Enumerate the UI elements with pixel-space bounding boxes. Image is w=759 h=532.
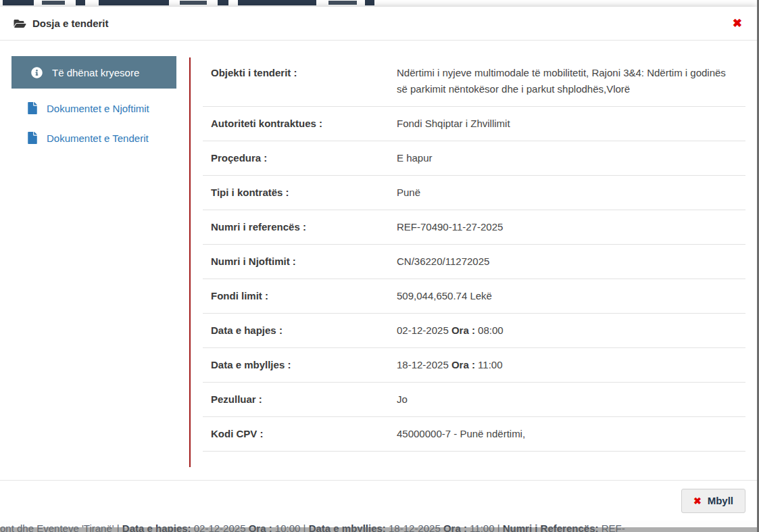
modal-sidebar: Të dhënat kryesoreDokumentet e Njoftimit… <box>11 56 176 148</box>
detail-row-data-e-hapjes: Data e hapjes :02-12-2025 Ora : 08:00 <box>203 314 745 348</box>
sidebar-item-dokumentet-e-njoftimit[interactable]: Dokumentet e Njoftimit <box>26 98 176 118</box>
sidebar-item-label: Të dhënat kryesore <box>52 67 139 78</box>
detail-label: Data e mbylljes : <box>211 357 397 373</box>
modal-body: Të dhënat kryesoreDokumentet e Njoftimit… <box>0 41 757 479</box>
file-icon <box>26 132 39 144</box>
detail-label: Kodi CPV : <box>211 426 397 442</box>
modal-title: Dosja e tenderit <box>14 18 109 29</box>
modal-header: Dosja e tenderit ✖ <box>0 7 757 41</box>
vertical-divider <box>189 57 191 467</box>
detail-row-data-e-mbylljes: Data e mbylljes :18-12-2025 Ora : 11:00 <box>203 348 745 383</box>
close-x-icon[interactable]: ✖ <box>733 18 742 29</box>
detail-value: Jo <box>397 391 745 408</box>
detail-value: E hapur <box>397 150 745 166</box>
close-button-label: Mbyll <box>708 495 733 507</box>
detail-value: 509,044,650.74 Lekë <box>397 288 745 304</box>
detail-value: Punë <box>397 185 745 201</box>
detail-label: Proçedura : <box>211 150 397 166</box>
background-page-bottom-fragment: ont dhe Eventeve 'Tiranë' | Data e hapje… <box>0 521 757 532</box>
detail-value: CN/36220/11272025 <box>397 253 745 270</box>
tender-details: Objekti i tenderit :Ndërtimi i nyjeve mu… <box>203 56 745 452</box>
detail-row-tipi-i-kontrates: Tipi i kontratës :Punë <box>203 176 745 210</box>
detail-row-pezulluar: Pezulluar :Jo <box>203 383 745 417</box>
info-circle-icon <box>30 67 43 78</box>
detail-label: Numri i referencës : <box>211 219 397 235</box>
sidebar-item-dokumentet-e-tenderit[interactable]: Dokumentet e Tenderit <box>26 128 176 148</box>
backdrop-shade <box>0 527 757 532</box>
detail-row-objekti-i-tenderit: Objekti i tenderit :Ndërtimi i nyjeve mu… <box>203 56 745 107</box>
detail-label: Objekti i tenderit : <box>211 65 397 97</box>
detail-value: 45000000-7 - Punë ndërtimi, <box>397 426 745 442</box>
modal-title-text: Dosja e tenderit <box>32 18 109 29</box>
close-x-icon: ✖ <box>693 496 702 506</box>
detail-row-fondi-limit: Fondi limit :509,044,650.74 Lekë <box>203 279 745 314</box>
tender-file-modal: Dosja e tenderit ✖ Të dhënat kryesoreDok… <box>0 7 757 521</box>
folder-open-icon <box>14 18 26 29</box>
detail-label: Data e hapjes : <box>211 322 397 339</box>
detail-row-autoriteti-kontraktues: Autoriteti kontraktues :Fondi Shqiptar i… <box>203 107 745 141</box>
detail-value: Fondi Shqiptar i Zhvillimit <box>397 116 745 132</box>
detail-value: REF-70490-11-27-2025 <box>397 219 745 235</box>
detail-value: 18-12-2025 Ora : 11:00 <box>397 357 745 373</box>
detail-value: 02-12-2025 Ora : 08:00 <box>397 322 745 339</box>
detail-label: Autoriteti kontraktues : <box>211 116 397 132</box>
file-icon <box>26 102 39 114</box>
modal-footer: ✖ Mbyll <box>0 480 757 521</box>
detail-row-numri-i-references: Numri i referencës :REF-70490-11-27-2025 <box>203 210 745 245</box>
detail-value: Ndërtimi i nyjeve multimodale të mobilit… <box>397 65 745 97</box>
sidebar-item-label: Dokumentet e Tenderit <box>47 132 149 144</box>
mbyll-close-button[interactable]: ✖ Mbyll <box>681 489 745 513</box>
detail-label: Numri i Njoftimit : <box>211 253 397 270</box>
detail-label: Pezulluar : <box>211 391 397 408</box>
detail-row-kodi-cpv: Kodi CPV :45000000-7 - Punë ndërtimi, <box>203 417 745 452</box>
detail-label: Tipi i kontratës : <box>211 185 397 201</box>
detail-row-numri-i-njoftimit: Numri i Njoftimit :CN/36220/11272025 <box>203 245 745 279</box>
detail-label: Fondi limit : <box>211 288 397 304</box>
detail-row-procedura: Proçedura :E hapur <box>203 141 745 176</box>
sidebar-item-te-dhenat-kryesore[interactable]: Të dhënat kryesore <box>11 56 176 89</box>
background-page-top-fragment <box>0 0 757 7</box>
sidebar-item-label: Dokumentet e Njoftimit <box>47 103 149 114</box>
